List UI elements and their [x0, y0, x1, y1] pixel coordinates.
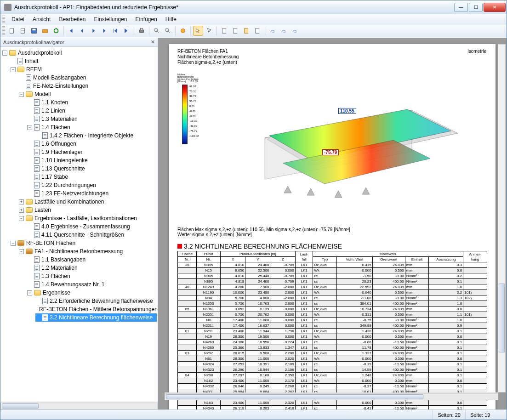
tree-item[interactable]: −FA1 - Nichtlineare Betonbemessung [19, 247, 157, 255]
tree[interactable]: −Ausdruckprotokoll Inhalt −RFEM Modell-B… [0, 47, 158, 402]
figure-caption: Flächen Max sigma-s,2,+z (unten): 110.55… [177, 227, 487, 237]
doc1-icon[interactable] [219, 26, 229, 36]
document-page: RF-BETON Flächen FA1 Nichtlineare Betonb… [169, 44, 496, 409]
tree-item[interactable]: 1.17 Stäbe [27, 173, 157, 181]
last-icon[interactable] [99, 26, 109, 36]
table-row: N9054.81825.440-0.709LK1εc-1.50-9.00N/mm… [178, 273, 487, 279]
print-icon[interactable] [137, 26, 147, 36]
section-title: 3.2 NICHTLINEARE BERECHNUNG FLÄCHENWEISE [177, 243, 487, 250]
status-page: Seite: 19 [465, 410, 507, 420]
tree-item-selected[interactable]: 3.2 Nichtlineare Berechnung flächenweise [35, 313, 157, 322]
preview-hscroll[interactable] [165, 392, 498, 400]
toolbar [0, 24, 507, 37]
refresh-icon[interactable] [51, 26, 61, 36]
tree-item[interactable]: 1.23 FE-Netzverdichtungen [27, 189, 157, 198]
open-icon[interactable] [18, 26, 28, 36]
tree-item[interactable]: −Ergebnisse - Lastfälle, Lastkombination… [19, 214, 157, 222]
skip-next-icon[interactable] [121, 26, 131, 36]
menu-bearbeiten[interactable]: Bearbeiten [55, 15, 89, 23]
tree-item[interactable]: FE-Netz-Einstellungen [19, 82, 157, 90]
menu-datei[interactable]: Datei [8, 15, 28, 23]
menu-einfuegen[interactable]: Einfügen [131, 15, 160, 23]
tree-item[interactable]: −RF-BETON Flächen [11, 239, 157, 247]
tree-item[interactable]: 1.4.2 Flächen - Integrierte Objekte [35, 131, 157, 140]
tree-item[interactable]: −Ergebnisse [27, 289, 157, 297]
svg-marker-21 [335, 191, 342, 198]
tree-item[interactable]: 1.10 Liniengelenke [27, 156, 157, 165]
min-callout: -75.79 [322, 149, 339, 155]
svg-rect-13 [245, 28, 248, 33]
tree-item[interactable]: 1.4 Bewehrungssatz Nr. 1 [27, 280, 157, 289]
svg-marker-19 [284, 186, 291, 193]
tree-item[interactable]: Inhalt [11, 57, 157, 65]
menu-ansicht[interactable]: Ansicht [29, 15, 54, 23]
table-row: N221117.40016.6370.000LK1εs349.89400.00N… [178, 323, 487, 329]
svg-point-10 [181, 28, 185, 33]
tree-item[interactable]: 1.2 Linien [27, 107, 157, 115]
max-callout: 110.55 [338, 108, 356, 114]
table-row: 65N19613.0528.1390.000LK1Uz,lokal18.7342… [178, 306, 487, 312]
tree-item[interactable]: 1.22 Durchdringungen [27, 181, 157, 189]
svg-rect-14 [256, 28, 259, 33]
cursor-icon[interactable] [204, 26, 214, 36]
statusbar: Seiten: 20 Seite: 19 [0, 409, 507, 420]
link2-icon[interactable] [279, 26, 289, 36]
tree-item[interactable]: 1.3 Materialien [27, 115, 157, 123]
new-icon[interactable] [7, 26, 17, 36]
minimize-button[interactable]: — [454, 3, 468, 12]
next-icon[interactable] [88, 26, 98, 36]
doc3-icon[interactable] [241, 26, 251, 36]
tree-item[interactable]: 2.2 Erforderliche Bewehrung flächenweise [35, 297, 157, 305]
tree-item[interactable]: −Modell [19, 90, 157, 98]
settings-icon[interactable] [178, 26, 188, 36]
export-icon[interactable] [40, 26, 50, 36]
tree-item[interactable]: −1.4 Flächen [27, 123, 157, 131]
link1-icon[interactable] [268, 26, 278, 36]
tree-item[interactable]: 1.9 Flächenlager [27, 148, 157, 156]
app-window: Ausdruckprotokoll - AP1: Eingabedaten un… [0, 0, 507, 420]
save-icon[interactable] [29, 26, 39, 36]
tree-item[interactable]: Modell-Basisangaben [19, 74, 157, 82]
doc2-icon[interactable] [230, 26, 240, 36]
table-row: 81N29123.40011.9441.796LK1Uz,lokal1.4302… [178, 329, 487, 334]
tree-item[interactable]: RF-BETON Flächen - Mittlere Betonspannun… [35, 305, 157, 313]
table-row: 84N29827.2978.1682.350LK1Uz,lokal1.24824… [178, 373, 487, 378]
table-row: N845.7004.800-2.800LK1εc-11.00-9.00N/mm²… [178, 295, 487, 301]
tree-item[interactable]: 1.2 Materialien [27, 264, 157, 272]
view-label: Isometrie [467, 49, 486, 54]
table-row: N1928.30019.5000.000LK1Wk0.0000.300mm0.0 [178, 334, 487, 340]
menu-einstellungen[interactable]: Einstellungen [90, 15, 131, 23]
navigator-close-icon[interactable]: ✕ [151, 39, 155, 45]
tree-item[interactable]: 4.0 Ergebnisse - Zusammenfassung [27, 222, 157, 231]
grip[interactable] [2, 26, 5, 35]
table-row: N434026.1188.2832.418LK1εc-0.41-13.50N/m… [178, 406, 487, 410]
zoom-in-icon[interactable] [152, 26, 162, 36]
tree-item[interactable]: 1.6 Öffnungen [27, 140, 157, 148]
tree-item[interactable]: 1.3 Flächen [27, 272, 157, 280]
tree-item[interactable]: +Lasten [19, 206, 157, 214]
skip-prev-icon[interactable] [110, 26, 120, 36]
zoom-out-icon[interactable] [163, 26, 173, 36]
table-row: N158.65022.5000.000LK1Wk0.0000.300mm0.0 [178, 268, 487, 273]
prev-icon[interactable] [77, 26, 87, 36]
tree-item[interactable]: 4.11 Querschnitte - Schnittgrößen [27, 231, 157, 239]
maximize-button[interactable]: ☐ [469, 3, 483, 12]
grip[interactable] [2, 16, 5, 23]
tree-item[interactable]: −RFEM [11, 65, 157, 74]
tree-item[interactable]: 1.13 Querschnitte [27, 165, 157, 173]
preview-vscroll[interactable] [498, 44, 506, 392]
nav-hscroll[interactable] [0, 402, 158, 409]
table-row: N16223.40011.0002.170LK1Wk0.0000.300mm0.… [178, 378, 487, 384]
select-icon[interactable] [193, 26, 203, 36]
link3-icon[interactable] [290, 26, 300, 36]
tree-item[interactable]: +Lastfälle und Kombinationen [19, 198, 157, 206]
titlebar[interactable]: Ausdruckprotokoll - AP1: Eingabedaten un… [0, 0, 507, 14]
close-button[interactable]: ✕ [484, 3, 506, 12]
menu-hilfe[interactable]: Hilfe [162, 15, 180, 23]
table-row: N432427.25310.3912.109LK1εc-0.19-13.50N/… [178, 362, 487, 367]
tree-item[interactable]: 1.1 Basisangaben [27, 255, 157, 264]
doc4-icon[interactable] [252, 26, 262, 36]
tree-item[interactable]: 1.1 Knoten [27, 98, 157, 107]
table-row: N428525.36013.8331.347LK1εs11.78400.00N/… [178, 345, 487, 351]
first-icon[interactable] [66, 26, 76, 36]
